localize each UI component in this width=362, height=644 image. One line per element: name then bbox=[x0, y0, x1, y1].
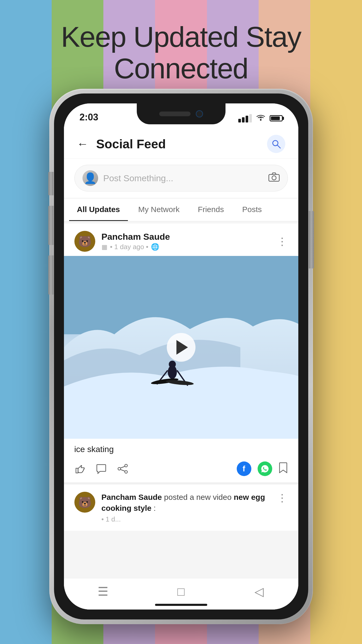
app-content: ← Social Feed bbox=[64, 127, 298, 610]
post-media-1[interactable] bbox=[64, 256, 298, 439]
play-icon bbox=[176, 340, 188, 355]
svg-point-13 bbox=[118, 467, 121, 470]
svg-line-2 bbox=[277, 145, 280, 148]
svg-point-7 bbox=[169, 361, 176, 368]
back-button[interactable]: ← bbox=[77, 137, 88, 150]
post-header-1: 🐻 Pancham Saude ▦ • 1 day ago • 🌐 bbox=[64, 224, 298, 256]
action-right-1: f bbox=[237, 461, 288, 476]
power-button[interactable] bbox=[309, 211, 314, 268]
status-time: 2:03 bbox=[80, 112, 98, 124]
comment-button[interactable] bbox=[96, 464, 107, 474]
svg-point-4 bbox=[272, 176, 276, 180]
action-left-1 bbox=[74, 464, 128, 474]
post-type-icon: ▦ bbox=[102, 243, 108, 251]
post-card-1: 🐻 Pancham Saude ▦ • 1 day ago • 🌐 bbox=[64, 224, 298, 482]
notif-time-2: • 1 d... bbox=[102, 515, 272, 523]
post-username-1: Pancham Saude bbox=[102, 232, 170, 242]
status-icons bbox=[238, 114, 283, 124]
tab-my-network[interactable]: My Network bbox=[130, 199, 187, 221]
post-input-box[interactable]: 👤 Post Something... bbox=[74, 165, 288, 191]
volume-up-button[interactable] bbox=[48, 206, 54, 245]
menu-nav-button[interactable]: ☰ bbox=[92, 584, 113, 599]
bookmark-button[interactable] bbox=[278, 462, 288, 476]
phone-notch bbox=[137, 103, 225, 124]
app-header: ← Social Feed bbox=[64, 127, 298, 159]
notif-header-2: 🐻 Pancham Saude posted a new video new e… bbox=[74, 492, 288, 523]
tab-friends[interactable]: Friends bbox=[190, 199, 232, 221]
home-indicator[interactable] bbox=[155, 604, 207, 606]
post-caption-1: ice skating bbox=[64, 439, 298, 457]
wifi-icon bbox=[256, 114, 265, 123]
svg-point-12 bbox=[125, 464, 127, 467]
svg-line-16 bbox=[121, 470, 125, 471]
post-avatar-1: 🐻 bbox=[74, 231, 95, 252]
avatar-icon: 👤 bbox=[84, 172, 97, 184]
notif-text-2: Pancham Saude posted a new video new egg… bbox=[102, 492, 272, 514]
home-nav-button[interactable]: □ bbox=[170, 584, 191, 599]
header-left: ← Social Feed bbox=[77, 137, 166, 151]
battery-icon bbox=[270, 115, 283, 121]
volume-mute-button[interactable] bbox=[48, 172, 54, 195]
post-user-info-1: 🐻 Pancham Saude ▦ • 1 day ago • 🌐 bbox=[74, 231, 170, 252]
phone-bezel: 2:03 bbox=[54, 93, 308, 619]
front-camera bbox=[196, 110, 203, 118]
user-avatar: 👤 bbox=[82, 170, 98, 186]
svg-point-14 bbox=[125, 471, 127, 473]
facebook-share-button[interactable]: f bbox=[237, 461, 251, 476]
signal-icon bbox=[238, 114, 252, 122]
post-divider bbox=[64, 482, 298, 484]
headline-text: Keep Updated Stay Connected bbox=[0, 21, 362, 84]
snow-scene bbox=[64, 256, 298, 439]
like-button[interactable] bbox=[74, 464, 85, 474]
play-button[interactable] bbox=[167, 333, 195, 362]
share-button[interactable] bbox=[117, 464, 128, 474]
phone-shell: 2:03 bbox=[49, 89, 313, 624]
volume-down-button[interactable] bbox=[48, 255, 54, 295]
post-card-2: 🐻 Pancham Saude posted a new video new e… bbox=[64, 484, 298, 531]
app-title: Social Feed bbox=[96, 137, 166, 151]
notif-avatar-2: 🐻 bbox=[74, 492, 95, 513]
user-details-1: Pancham Saude ▦ • 1 day ago • 🌐 bbox=[102, 232, 170, 251]
post-meta-1: ▦ • 1 day ago • 🌐 bbox=[102, 243, 170, 251]
post-actions-1: f bbox=[64, 457, 298, 482]
notif-content-2: Pancham Saude posted a new video new egg… bbox=[102, 492, 272, 523]
whatsapp-share-button[interactable] bbox=[258, 461, 272, 476]
phone-device: 2:03 bbox=[49, 89, 313, 624]
post-more-button-2[interactable]: ⋮ bbox=[277, 492, 288, 504]
speaker-grille bbox=[159, 112, 191, 116]
svg-line-15 bbox=[121, 466, 125, 468]
tabs-bar: All Updates My Network Friends Posts bbox=[64, 199, 298, 221]
notif-left-2: 🐻 Pancham Saude posted a new video new e… bbox=[74, 492, 272, 523]
back-nav-button[interactable]: ◁ bbox=[249, 584, 270, 599]
camera-button[interactable] bbox=[268, 172, 280, 184]
feed-container: 🐻 Pancham Saude ▦ • 1 day ago • 🌐 bbox=[64, 221, 298, 610]
svg-point-0 bbox=[260, 119, 262, 121]
search-button[interactable] bbox=[267, 135, 285, 153]
phone-screen: 2:03 bbox=[64, 103, 298, 610]
tab-posts[interactable]: Posts bbox=[234, 199, 270, 221]
post-more-button-1[interactable]: ⋮ bbox=[277, 235, 288, 247]
post-input-area: 👤 Post Something... bbox=[64, 159, 298, 198]
notif-username-2: Pancham Saude bbox=[102, 493, 162, 501]
globe-icon: 🌐 bbox=[151, 243, 159, 251]
post-placeholder[interactable]: Post Something... bbox=[103, 173, 263, 183]
tab-all-updates[interactable]: All Updates bbox=[69, 199, 128, 221]
